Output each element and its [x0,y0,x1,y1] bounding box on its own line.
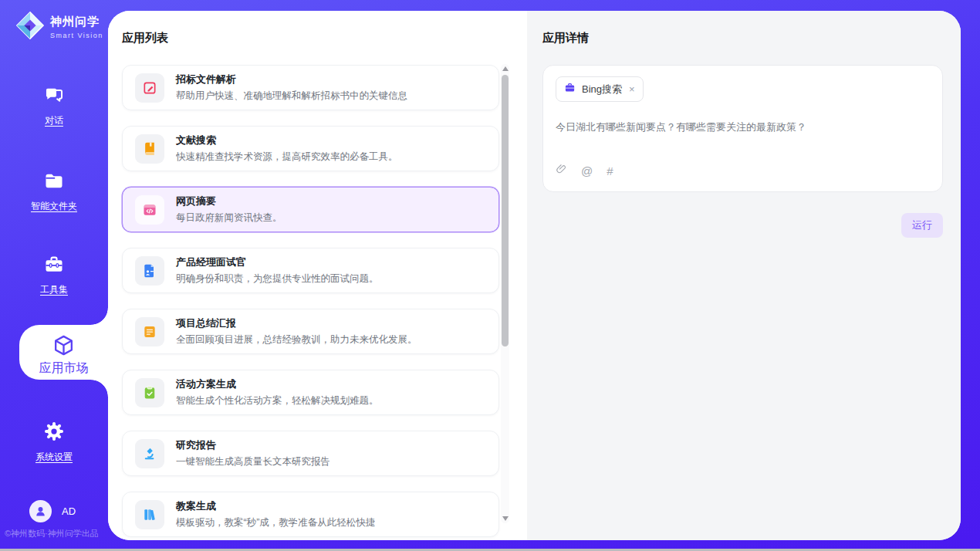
sidebar-item-label: 工具集 [40,284,68,295]
sidebar-item-settings[interactable]: 系统设置 [0,420,108,464]
app-desc: 全面回顾项目进展，总结经验教训，助力未来优化发展。 [176,333,417,346]
prompt-card: Bing搜索 × 今日湖北有哪些新闻要点？有哪些需要关注的最新政策？ @ # [542,65,943,192]
books-icon [135,500,164,529]
app-card-lesson-plan[interactable]: 教案生成 模板驱动，教案“秒”成，教学准备从此轻松快捷 [122,492,499,537]
app-card-project-summary[interactable]: 项目总结汇报 全面回顾项目进展，总结经验教训，助力未来优化发展。 [122,309,499,354]
avatar [29,500,52,522]
folder-icon [0,171,108,192]
app-name: 文献搜索 [176,134,398,147]
app-list-pane: 应用列表 招标文件解析 帮助用户快速、准确地理解和解析招标书中的关键信息 [108,11,527,540]
app-card-literature-search[interactable]: 文献搜索 快速精准查找学术资源，提高研究效率的必备工具。 [122,126,499,171]
app-name: 研究报告 [176,438,330,452]
attachment-toolbar: @ # [556,163,930,182]
app-desc: 一键智能生成高质量长文本研究报告 [176,455,330,468]
app-detail-pane: 应用详情 Bing搜索 × 今日湖北有哪些新闻要点？有哪些需要关注的最新政策？ [527,11,961,540]
app-card-event-plan[interactable]: 活动方案生成 智能生成个性化活动方案，轻松解决规划难题。 [122,370,499,415]
app-name: 招标文件解析 [176,73,407,86]
document-edit-icon [135,73,164,103]
gear-icon [0,420,108,443]
sidebar-item-label: 对话 [45,115,63,126]
mention-icon[interactable]: @ [581,164,593,177]
sidebar-item-label: 智能文件夹 [31,201,77,211]
app-desc: 快速精准查找学术资源，提高研究效率的必备工具。 [176,150,398,164]
sidebar-item-chat[interactable]: 对话 [0,85,108,127]
close-icon[interactable]: × [629,83,635,95]
user-account[interactable]: AD [29,500,76,522]
app-desc: 帮助用户快速、准确地理解和解析招标书中的关键信息 [176,90,407,103]
scrollbar[interactable] [501,64,509,523]
paperclip-icon[interactable] [556,163,567,179]
app-name: 项目总结汇报 [176,316,417,330]
user-initials: AD [62,505,76,517]
run-button[interactable]: 运行 [901,213,943,238]
app-card-pm-interviewer[interactable]: 产品经理面试官 明确身份和职责，为您提供专业性的面试问题。 [122,248,499,293]
copyright-text: ©神州数码·神州问学出品 [5,528,99,539]
diamond-logo-icon [15,11,45,43]
brand-logo: 神州问学 Smart Vision [15,11,103,43]
app-name: 产品经理面试官 [176,255,379,269]
book-icon [135,134,164,164]
app-desc: 模板驱动，教案“秒”成，教学准备从此轻松快捷 [176,516,375,529]
scroll-down-icon[interactable] [501,514,509,523]
app-card-research-report[interactable]: 研究报告 一键智能生成高质量长文本研究报告 [122,431,499,476]
brand-name: 神州问学 [50,15,103,29]
scrollbar-thumb[interactable] [502,75,509,346]
app-desc: 明确身份和职责，为您提供专业性的面试问题。 [176,272,379,286]
app-list-title: 应用列表 [122,31,527,46]
sidebar-item-label: 系统设置 [35,451,73,462]
memo-icon [135,317,164,346]
sidebar-item-label: 应用市场 [19,360,108,377]
microscope-icon [135,439,164,468]
app-name: 活动方案生成 [176,377,379,391]
app-detail-title: 应用详情 [542,31,943,46]
chat-icon [0,85,108,106]
tool-chip-bing-search[interactable]: Bing搜索 × [556,76,644,102]
query-text[interactable]: 今日湖北有哪些新闻要点？有哪些需要关注的最新政策？ [556,120,930,134]
sidebar-item-smart-folder[interactable]: 智能文件夹 [0,171,108,213]
briefcase-icon [564,82,576,96]
scroll-up-icon[interactable] [501,64,509,73]
tool-chip-label: Bing搜索 [582,83,622,96]
app-desc: 每日政府新闻资讯快查。 [176,211,282,225]
app-card-bid-analysis[interactable]: 招标文件解析 帮助用户快速、准确地理解和解析招标书中的关键信息 [122,65,499,110]
toolbox-icon [0,254,108,276]
sidebar: 神州问学 Smart Vision 对话 智能文件夹 [0,0,108,551]
hash-icon[interactable]: # [607,164,613,177]
cube-icon [52,346,76,360]
sidebar-item-toolset[interactable]: 工具集 [0,254,108,296]
clipboard-check-icon [135,378,164,407]
webpage-code-icon [135,195,164,225]
app-name: 教案生成 [176,499,375,513]
app-desc: 智能生成个性化活动方案，轻松解决规划难题。 [176,394,379,407]
brand-tagline: Smart Vision [50,32,103,39]
app-name: 网页摘要 [176,194,282,208]
sidebar-item-app-market[interactable]: 应用市场 [19,325,108,380]
main-panel: 应用列表 招标文件解析 帮助用户快速、准确地理解和解析招标书中的关键信息 [108,11,961,540]
interview-doc-icon [135,256,164,286]
app-list: 招标文件解析 帮助用户快速、准确地理解和解析招标书中的关键信息 文献搜索 快速精… [122,65,499,537]
app-card-webpage-summary[interactable]: 网页摘要 每日政府新闻资讯快查。 [122,187,499,232]
